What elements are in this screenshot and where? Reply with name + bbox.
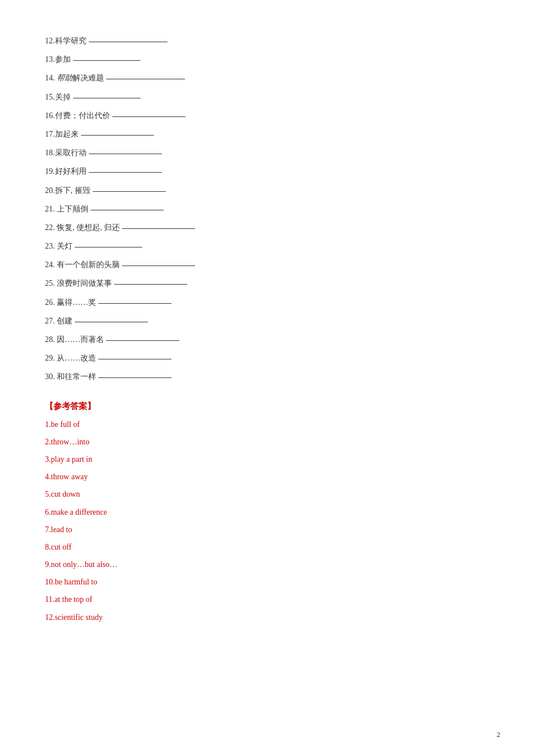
question-22-text: 22. 恢复, 使想起, 归还 xyxy=(45,220,120,235)
answer-6: 6.make a difference xyxy=(45,505,489,519)
answer-9: 9.not only…but also… xyxy=(45,557,489,572)
question-14: 14. 帮助解决难题 xyxy=(45,71,489,85)
question-20: 20.拆下, 摧毁 xyxy=(45,183,489,197)
question-26-text: 26. 赢得……奖 xyxy=(45,295,96,309)
question-12-text: 12.科学研究 xyxy=(45,34,87,48)
question-17-blank xyxy=(81,135,154,136)
question-13-blank xyxy=(73,60,141,61)
question-17-text: 17.加起来 xyxy=(45,127,79,141)
question-18: 18.采取行动 xyxy=(45,146,489,160)
question-25-blank xyxy=(114,284,187,285)
question-14-italic: 帮助 xyxy=(57,74,73,82)
question-19-text: 19.好好利用 xyxy=(45,164,87,178)
question-21-text: 21. 上下颠倒 xyxy=(45,202,88,216)
question-22: 22. 恢复, 使想起, 归还 xyxy=(45,220,489,235)
question-18-blank xyxy=(89,154,162,154)
question-16: 16.付费；付出代价 xyxy=(45,109,489,123)
answer-3: 3.play a part in xyxy=(45,452,489,466)
question-12-blank xyxy=(89,42,168,42)
question-30: 30. 和往常一样 xyxy=(45,370,489,384)
question-16-blank xyxy=(112,116,185,117)
question-24: 24. 有一个创新的头脑 xyxy=(45,258,489,272)
questions-section: 12.科学研究 13.参加 14. 帮助解决难题 15.关掉 16.付费；付出代… xyxy=(45,34,489,384)
question-12: 12.科学研究 xyxy=(45,34,489,48)
answer-11: 11.at the top of xyxy=(45,592,489,606)
answer-1: 1.be full of xyxy=(45,417,489,431)
question-19: 19.好好利用 xyxy=(45,164,489,178)
question-27-text: 27. 创建 xyxy=(45,314,73,328)
question-15-text: 15.关掉 xyxy=(45,90,71,104)
page-number: 2 xyxy=(497,730,501,739)
question-21: 21. 上下颠倒 xyxy=(45,202,489,216)
question-15-blank xyxy=(73,98,141,98)
question-15: 15.关掉 xyxy=(45,90,489,104)
question-24-blank xyxy=(122,266,195,266)
question-28: 28. 因……而著名 xyxy=(45,332,489,346)
question-13: 13.参加 xyxy=(45,52,489,66)
question-14-blank xyxy=(106,79,185,79)
answer-4: 4.throw away xyxy=(45,470,489,484)
question-23: 23. 关灯 xyxy=(45,239,489,253)
question-16-text: 16.付费；付出代价 xyxy=(45,109,110,123)
question-27: 27. 创建 xyxy=(45,314,489,328)
answer-2: 2.throw…into xyxy=(45,435,489,449)
answers-section: 【参考答案】 1.be full of 2.throw…into 3.play … xyxy=(45,401,489,624)
question-27-blank xyxy=(75,322,148,322)
question-21-blank xyxy=(90,210,164,210)
question-26-blank xyxy=(98,303,171,304)
answer-5: 5.cut down xyxy=(45,487,489,501)
question-23-blank xyxy=(75,247,142,248)
question-28-text: 28. 因……而著名 xyxy=(45,332,104,346)
question-28-blank xyxy=(106,340,179,341)
answer-10: 10.be harmful to xyxy=(45,575,489,589)
question-14-prefix: 14. 帮助解决难题 xyxy=(45,71,104,85)
question-20-blank xyxy=(93,191,166,192)
answer-8: 8.cut off xyxy=(45,540,489,554)
question-17: 17.加起来 xyxy=(45,127,489,141)
question-20-text: 20.拆下, 摧毁 xyxy=(45,183,90,197)
question-24-text: 24. 有一个创新的头脑 xyxy=(45,258,120,272)
question-18-text: 18.采取行动 xyxy=(45,146,87,160)
question-29-text: 29. 从……改造 xyxy=(45,351,96,365)
question-30-text: 30. 和往常一样 xyxy=(45,370,96,384)
question-29: 29. 从……改造 xyxy=(45,351,489,365)
question-25-text: 25. 浪费时间做某事 xyxy=(45,276,112,290)
question-26: 26. 赢得……奖 xyxy=(45,295,489,309)
question-30-blank xyxy=(98,377,171,378)
question-23-text: 23. 关灯 xyxy=(45,239,73,253)
answer-7: 7.lead to xyxy=(45,523,489,537)
answer-12: 12.scientific study xyxy=(45,610,489,624)
answers-header: 【参考答案】 xyxy=(45,401,489,412)
question-13-text: 13.参加 xyxy=(45,52,71,66)
question-25: 25. 浪费时间做某事 xyxy=(45,276,489,290)
question-19-blank xyxy=(89,172,162,173)
question-29-blank xyxy=(98,359,171,359)
question-22-blank xyxy=(122,228,195,229)
